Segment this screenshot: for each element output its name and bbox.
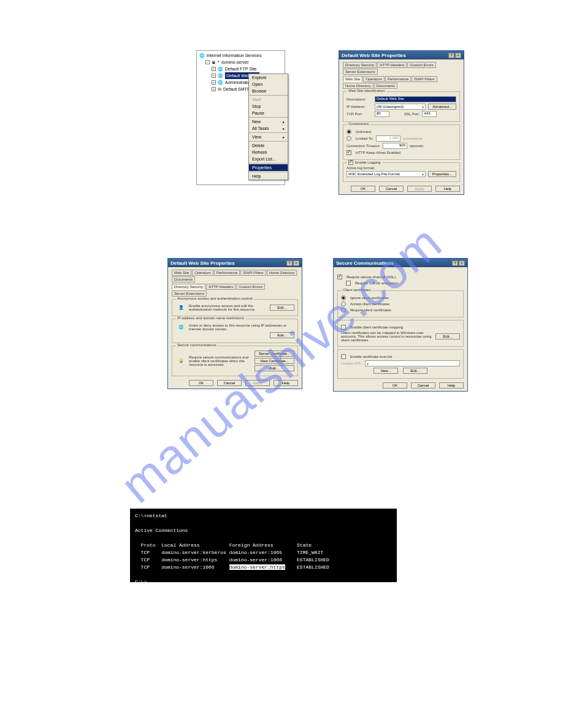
prompt-line: C:\>netstat [135,513,167,518]
tab-operators[interactable]: Operators [363,76,385,82]
tab-server-ext[interactable]: Server Extensions [343,69,378,75]
apply-button[interactable]: Apply [245,380,270,386]
limited-input[interactable]: 1,000 [376,135,400,142]
view-cert-button[interactable]: View Certificate... [255,358,294,364]
apply-button[interactable]: Apply [407,186,432,192]
menu-browse[interactable]: Browse [249,88,288,94]
accept-cert-radio[interactable] [341,301,346,306]
require-cert-radio[interactable] [341,308,346,313]
cancel-button[interactable]: Cancel [411,382,435,389]
advanced-button[interactable]: Advanced... [428,104,456,110]
tab-isapi[interactable]: ISAPI Filters [240,270,266,276]
tcp-input[interactable]: 80 [375,111,389,117]
menu-view[interactable]: View [249,134,288,140]
ok-button[interactable]: OK [351,186,375,192]
menu-open[interactable]: Open [249,81,288,88]
tab-home-dir[interactable]: Home Directory [267,270,297,276]
root-label: Internet Information Services [207,52,262,59]
menu-explore[interactable]: Explore [249,74,288,81]
ignore-cert-label: Ignore client certificates [350,296,389,300]
ok-button[interactable]: OK [189,380,213,386]
tree-root[interactable]: 🌐Internet Information Services [199,52,282,59]
close-icon[interactable]: × [293,260,299,266]
menu-properties[interactable]: Properties [249,164,288,171]
tab-http-headers[interactable]: HTTP Headers [377,62,407,68]
timeout-input[interactable]: 900 [383,143,407,149]
connections-group: Connections Unlimited Limited To: 1,000 … [343,124,460,160]
anon-edit-button[interactable]: Edit... [270,305,294,311]
tab-custom-errors[interactable]: Custom Errors [407,62,436,68]
menu-export[interactable]: Export List... [249,156,288,162]
tree-site-ftp[interactable]: +🌐Default FTP Site [199,66,282,72]
expand-box[interactable]: + [212,67,216,71]
tabs-row-front: Web Site Operators Performance ISAPI Fil… [343,76,460,89]
enable-ctl-check[interactable] [341,354,346,359]
help-icon[interactable]: ? [286,260,293,266]
ignore-cert-radio[interactable] [341,295,346,300]
expand-box[interactable]: – [205,60,210,64]
menu-delete[interactable]: Delete [249,142,288,149]
dialog-title: Default Web Site Properties [170,260,235,266]
enable-mapping-check[interactable] [341,325,346,330]
ip-edit-button[interactable]: Edit... [270,332,294,338]
ssl-label: SSL Port: [404,112,419,116]
secure-edit-button[interactable]: Edit... [255,365,294,371]
tab-performance[interactable]: Performance [214,270,240,276]
tab-website[interactable]: Web Site [343,76,362,82]
expand-box[interactable]: + [212,80,216,85]
tab-operators[interactable]: Operators [192,270,213,276]
tab-isapi[interactable]: ISAPI Filters [412,76,437,82]
tab-http-headers[interactable]: HTTP Headers [206,284,236,290]
titlebar: Secure Communications ?× [334,259,467,267]
menu-new[interactable]: New [249,118,288,125]
site-icon: ✉ [218,86,221,93]
cancel-button[interactable]: Cancel [379,186,404,192]
help-icon[interactable]: ? [448,53,454,58]
require-ssl-check[interactable] [337,275,342,279]
tab-custom-errors[interactable]: Custom Errors [236,284,265,290]
tab-documents[interactable]: Documents [172,276,195,282]
menu-help[interactable]: Help [249,173,288,180]
site-icon: 🌐 [218,79,223,86]
console-columns: Proto Local Address Foreign Address Stat… [135,542,312,548]
ok-button[interactable]: OK [383,382,407,389]
log-format-select[interactable]: W3C Extended Log File Format [347,171,426,177]
ssl-input[interactable]: 443 [422,111,437,117]
log-properties-button[interactable]: Properties... [428,171,456,177]
help-button[interactable]: Help [435,186,460,192]
tab-website[interactable]: Web Site [172,270,191,276]
ctl-select [365,360,460,366]
help-icon[interactable]: ? [452,260,458,266]
limited-unit: connections [403,137,423,140]
description-input[interactable]: Default Web Site [375,96,456,102]
tab-dir-security[interactable]: Directory Security [343,62,377,68]
menu-pause[interactable]: Pause [249,110,288,116]
window-buttons: ?× [448,52,461,58]
menu-refresh[interactable]: Refresh [249,149,288,156]
close-icon[interactable]: × [455,53,461,58]
ip-select[interactable]: (All Unassigned) [375,104,426,110]
tree-server[interactable]: –🖥* domino-server [199,59,282,66]
tab-dir-security[interactable]: Directory Security [172,284,205,290]
unlimited-radio[interactable] [347,129,351,134]
close-icon[interactable]: × [459,260,465,266]
limited-radio[interactable] [347,136,351,141]
expand-box[interactable]: + [212,74,216,78]
menu-all-tasks[interactable]: All Tasks [249,125,288,132]
server-cert-button[interactable]: Server Certificate... [255,351,294,357]
cancel-button[interactable]: Cancel [217,380,242,386]
timeout-label: Connection Timeout: [347,144,380,148]
require-128-check[interactable] [346,281,351,286]
help-button[interactable]: Help [439,382,464,389]
keepalive-check[interactable] [347,150,351,155]
limited-label: Limited To: [356,137,373,140]
console-header: Active Connections [135,528,188,533]
enable-logging-check[interactable] [348,160,353,165]
expand-box[interactable]: + [212,87,216,91]
menu-stop[interactable]: Stop [249,103,288,110]
help-button[interactable]: Help [274,380,298,386]
tab-documents[interactable]: Documents [374,83,397,89]
tab-performance[interactable]: Performance [385,76,411,82]
tab-server-ext[interactable]: Server Extensions [172,290,207,297]
tab-home-dir[interactable]: Home Directory [343,83,373,89]
